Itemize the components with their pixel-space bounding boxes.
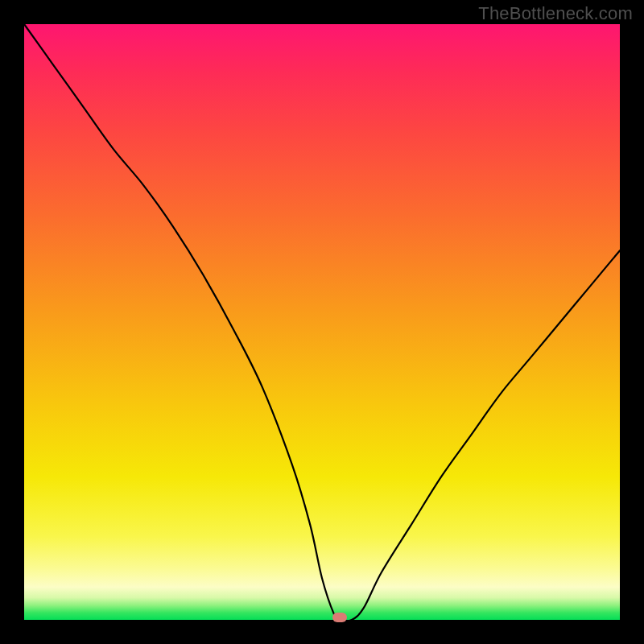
watermark-text: TheBottleneck.com <box>478 3 633 24</box>
bottleneck-curve <box>24 24 620 621</box>
curve-svg <box>24 24 620 620</box>
chart-frame: TheBottleneck.com <box>0 0 644 644</box>
plot-area <box>24 24 620 620</box>
valley-marker <box>332 613 347 622</box>
